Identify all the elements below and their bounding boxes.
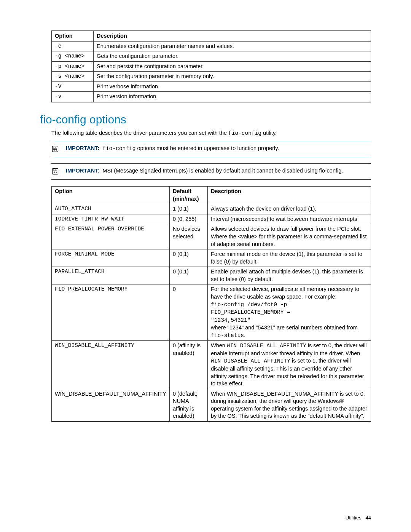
table-row: AUTO_ATTACH 1 (0,1) Always attach the de…: [52, 204, 371, 214]
table-row: FORCE_MINIMAL_MODE 0 (0,1) Force minimal…: [52, 249, 371, 267]
svg-rect-1: [53, 169, 58, 174]
table2-header-option: Option: [52, 186, 170, 204]
svg-rect-0: [53, 146, 58, 152]
important-note-2: IMPORTANT: MSI (Message Signaled Interru…: [51, 163, 371, 180]
table2-header-description: Description: [208, 186, 371, 204]
table-row: FIO_PREALLOCATE_MEMORY 0 For the selecte…: [52, 284, 371, 341]
intro-text: The following table describes the driver…: [51, 129, 371, 137]
table-row: -g <name> Gets the configuration paramet…: [52, 51, 371, 62]
table-row: -e Enumerates configuration parameter na…: [52, 41, 371, 51]
table-row: WIN_DISABLE_DEFAULT_NUMA_AFFINITY 0 (def…: [52, 389, 371, 422]
page-content: Option Description -e Enumerates configu…: [0, 0, 411, 532]
table2-header-default: Default (min/max): [170, 186, 208, 204]
page-footer: Utilities 44: [346, 515, 371, 521]
table-row: IODRIVE_TINTR_HW_WAIT 0 (0, 255) Interva…: [52, 214, 371, 224]
table1-header-option: Option: [52, 31, 94, 41]
important-icon: [51, 145, 59, 154]
section-title: fio-config options: [40, 113, 371, 126]
table-row: PARALLEL_ATTACH 0 (0,1) Enable parallel …: [52, 267, 371, 284]
table-row: -V Print verbose information.: [52, 81, 371, 92]
options-table-1: Option Description -e Enumerates configu…: [51, 30, 371, 102]
table-row: -s <name> Set the configuration paramete…: [52, 72, 371, 82]
table-row: FIO_EXTERNAL_POWER_OVERRIDE No devices s…: [52, 224, 371, 249]
table1-header-description: Description: [94, 31, 371, 41]
important-icon: [51, 168, 59, 176]
table-row: -p <name> Set and persist the configurat…: [52, 61, 371, 72]
table-row: WIN_DISABLE_ALL_AFFINITY 0 (affinity is …: [52, 341, 371, 389]
table-row: -v Print version information.: [52, 92, 371, 102]
important-note-1: IMPORTANT: fio-config options must be en…: [51, 141, 371, 157]
options-table-2: Option Default (min/max) Description AUT…: [51, 186, 371, 422]
